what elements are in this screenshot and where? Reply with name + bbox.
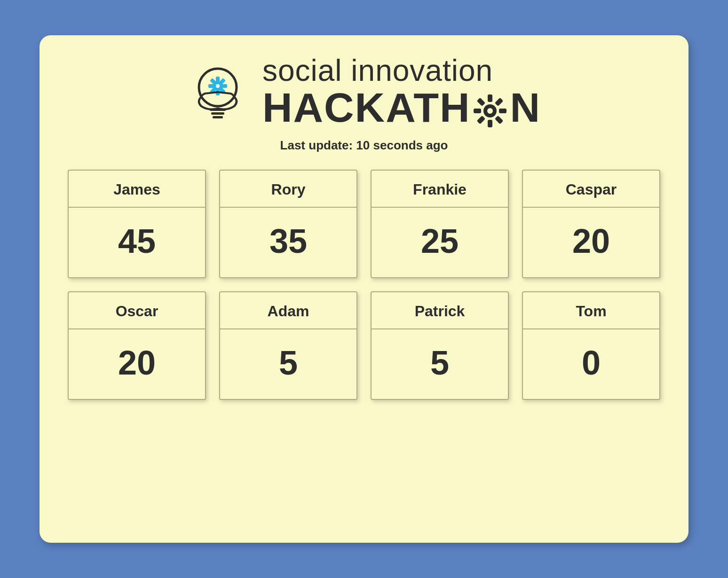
player-card-patrick: Patrick5: [371, 291, 509, 400]
main-card: social innovation HACKATHN Last update: …: [40, 35, 688, 543]
svg-rect-23: [474, 109, 481, 113]
player-card-adam: Adam5: [219, 291, 357, 400]
player-name: Patrick: [372, 292, 508, 329]
player-score: 0: [523, 329, 659, 399]
last-update: Last update: 10 seconds ago: [280, 138, 448, 153]
player-card-rory: Rory35: [219, 170, 357, 278]
player-score: 20: [69, 329, 205, 399]
player-name: Oscar: [69, 292, 205, 329]
svg-rect-13: [211, 112, 224, 115]
svg-rect-17: [488, 94, 492, 102]
title-block: social innovation HACKATHN: [262, 54, 541, 130]
svg-rect-21: [488, 120, 492, 127]
svg-rect-19: [499, 109, 506, 113]
player-name: Rory: [220, 171, 356, 208]
player-card-tom: Tom0: [522, 291, 660, 400]
logo-icon: [187, 62, 248, 123]
svg-rect-12: [210, 109, 226, 111]
svg-rect-4: [222, 84, 227, 88]
svg-rect-22: [477, 116, 485, 124]
svg-point-16: [487, 108, 493, 114]
svg-rect-18: [495, 98, 503, 106]
player-name: Caspar: [523, 171, 659, 208]
svg-rect-20: [495, 116, 503, 124]
player-name: Adam: [220, 292, 356, 329]
player-score: 45: [69, 208, 205, 277]
title-social: social innovation: [262, 54, 493, 87]
svg-point-11: [216, 84, 220, 88]
player-name: Frankie: [372, 171, 508, 208]
player-name: James: [69, 171, 205, 208]
player-card-james: James45: [68, 170, 206, 278]
player-score: 5: [372, 329, 508, 399]
player-score: 20: [523, 208, 659, 277]
svg-rect-24: [477, 98, 485, 106]
player-score: 35: [220, 208, 356, 277]
svg-rect-2: [216, 77, 220, 82]
player-card-oscar: Oscar20: [68, 291, 206, 400]
hackathon-gear-icon: [471, 92, 509, 130]
header: social innovation HACKATHN: [187, 54, 541, 130]
svg-rect-14: [213, 116, 223, 118]
player-score: 25: [372, 208, 508, 277]
player-card-frankie: Frankie25: [371, 170, 509, 278]
player-card-caspar: Caspar20: [522, 170, 660, 278]
players-grid: James45Rory35Frankie25Caspar20Oscar20Ada…: [68, 170, 660, 400]
player-score: 5: [220, 329, 356, 399]
player-name: Tom: [523, 292, 659, 329]
title-hackathon: HACKATHN: [262, 87, 541, 130]
svg-rect-8: [208, 84, 214, 88]
